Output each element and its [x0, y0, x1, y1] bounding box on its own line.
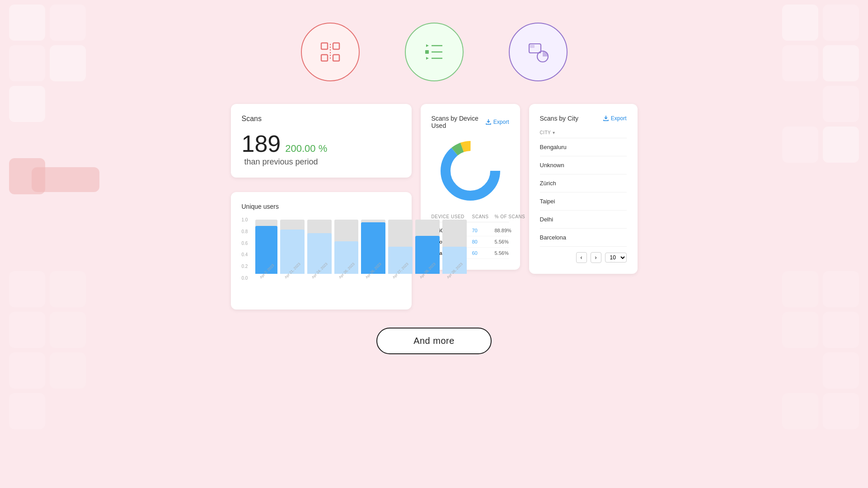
scans-percent: 200.00 %	[285, 143, 327, 155]
city-card-title: Scans by City	[540, 115, 579, 122]
svg-marker-8	[426, 44, 429, 47]
users-card: Unique users 1.00.80.60.40.20.0 Apr 2, 2…	[231, 192, 412, 310]
list-icon	[422, 39, 447, 65]
bar-group: Apr 26, 2023	[334, 220, 359, 281]
scans-number: 189	[242, 130, 281, 157]
svg-rect-9	[425, 50, 429, 54]
y-label: 0.4	[242, 252, 248, 257]
scans-value-row: 189 200.00 % than previous period	[242, 130, 401, 167]
bar-group: Apr 21, 2023	[280, 220, 305, 281]
chart-icon-circle[interactable]	[509, 23, 568, 81]
bar-outer	[307, 220, 332, 274]
city-export-button[interactable]: Export	[603, 115, 627, 122]
bar-group: Apr 26, 2023	[361, 220, 385, 281]
bar-group: Apr 24, 2023	[307, 220, 332, 281]
device-export-button[interactable]: Export	[485, 119, 509, 125]
city-table-header[interactable]: CITY ▾	[540, 127, 627, 138]
city-row: Bengaluru	[540, 138, 627, 156]
y-label: 0.0	[242, 276, 248, 281]
city-row: Zürich	[540, 174, 627, 192]
device-scan-pct: 5.56%	[495, 250, 526, 256]
y-label: 1.0	[242, 217, 248, 222]
bar-group: Apr 2, 2023	[255, 220, 277, 281]
svg-marker-10	[426, 57, 429, 60]
bar-outer	[415, 220, 440, 274]
device-scan-pct: 88.89%	[495, 228, 526, 233]
next-page-button[interactable]: ›	[591, 252, 601, 263]
export-icon-city	[603, 115, 609, 122]
y-label: 0.8	[242, 229, 248, 234]
scan-icon	[318, 39, 343, 65]
y-label: 0.6	[242, 241, 248, 246]
device-card-title: Scans by Device Used	[432, 115, 485, 129]
city-row: Delhi	[540, 211, 627, 229]
city-card: Scans by City Export CITY ▾ BengaluruUnk…	[529, 104, 638, 274]
scans-suffix: than previous period	[244, 157, 318, 167]
users-card-title: Unique users	[242, 203, 401, 210]
svg-point-14	[446, 146, 495, 196]
svg-rect-2	[333, 43, 339, 49]
y-label: 0.2	[242, 264, 248, 269]
export-icon	[485, 119, 492, 125]
device-card-header: Scans by Device Used Export	[432, 115, 509, 129]
bar-outer	[361, 220, 385, 274]
scans-card: Scans 189 200.00 % than previous period	[231, 104, 412, 178]
and-more-button[interactable]: And more	[376, 328, 492, 354]
scan-icon-circle[interactable]	[301, 23, 360, 81]
icon-row	[301, 23, 568, 81]
left-stack: Scans 189 200.00 % than previous period …	[231, 104, 412, 310]
city-table: CITY ▾ BengaluruUnknownZürichTaipeiDelhi…	[540, 127, 627, 247]
bar-group: Apr 27, 2023	[388, 220, 413, 281]
device-scan-count: 60	[472, 250, 495, 256]
device-scan-pct: 5.56%	[495, 239, 526, 244]
bar-outer	[442, 220, 467, 274]
cards-row: Scans 189 200.00 % than previous period …	[231, 104, 638, 310]
y-axis: 1.00.80.60.40.20.0	[242, 217, 248, 281]
device-scan-count: 70	[472, 228, 495, 233]
page-size-select[interactable]: 10 25 50	[605, 253, 627, 263]
svg-rect-12	[530, 45, 535, 48]
svg-rect-0	[321, 43, 328, 49]
city-row: Barcelona	[540, 229, 627, 247]
donut-chart	[434, 135, 507, 207]
city-pagination: ‹ › 10 25 50	[540, 252, 627, 263]
city-row: Unknown	[540, 156, 627, 174]
list-icon-circle[interactable]	[405, 23, 464, 81]
svg-rect-3	[333, 55, 339, 61]
bar-outer	[334, 220, 359, 274]
bar-inner	[361, 222, 385, 274]
donut-chart-container	[432, 135, 509, 207]
scans-title: Scans	[242, 115, 401, 123]
bar-group: Apr 28, 2023	[415, 220, 440, 281]
city-row: Taipei	[540, 192, 627, 211]
svg-rect-1	[321, 55, 328, 61]
city-card-header: Scans by City Export	[540, 115, 627, 122]
device-scan-count: 80	[472, 239, 495, 244]
bar-outer	[388, 220, 413, 274]
prev-page-button[interactable]: ‹	[576, 252, 587, 263]
bar-outer	[280, 220, 305, 274]
and-more-row: And more	[376, 328, 492, 354]
bar-chart: 1.00.80.60.40.20.0 Apr 2, 2023Apr 21, 20…	[242, 217, 401, 299]
chart-icon	[525, 39, 551, 65]
bar-group: Apr 28, 2023	[442, 220, 467, 281]
